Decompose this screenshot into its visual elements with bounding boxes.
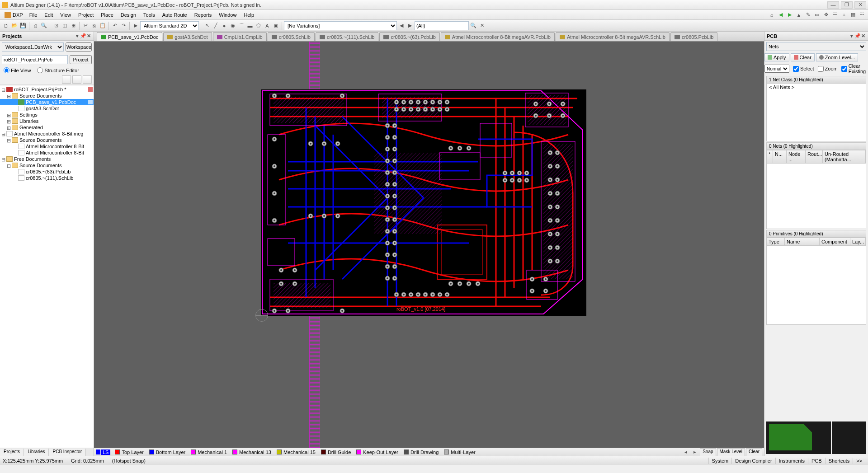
cursor-icon[interactable]: ↖: [203, 22, 211, 30]
menu-reports[interactable]: Reports: [191, 11, 216, 19]
zoom-selected-icon[interactable]: ⊞: [69, 22, 77, 30]
status-system[interactable]: System: [708, 458, 732, 464]
status-pcb[interactable]: PCB: [808, 458, 825, 464]
pad-icon[interactable]: ●: [220, 22, 228, 30]
tab-libraries[interactable]: Libraries: [24, 449, 49, 456]
line-icon[interactable]: ╱: [212, 22, 220, 30]
poly-icon[interactable]: ⬠: [255, 22, 263, 30]
new-icon[interactable]: 🗋: [2, 22, 10, 30]
layer-mechanical-1[interactable]: Mechanical 1: [191, 450, 227, 455]
doc-tab-5[interactable]: cr0805.~(63).PcbLib: [379, 32, 439, 41]
tree-btn3-icon[interactable]: [83, 75, 92, 84]
component-icon[interactable]: ▣: [272, 22, 280, 30]
layer-mechanical-13[interactable]: Mechanical 13: [232, 450, 271, 455]
layer-prev-icon[interactable]: ◂: [682, 448, 690, 456]
pcb-mode-select[interactable]: Nets: [766, 42, 866, 51]
pcb-pin-icon[interactable]: 📌: [855, 33, 860, 38]
menu-tools[interactable]: Tools: [140, 11, 159, 19]
nav-up-icon[interactable]: ▲: [795, 11, 803, 19]
open-icon[interactable]: 📂: [10, 22, 19, 30]
paste-icon[interactable]: 📋: [99, 22, 107, 30]
tree-atmel-doc1[interactable]: Atmel Microcontroller 8-Bit: [0, 143, 94, 150]
clear-existing-checkbox[interactable]: Clear Existing: [841, 63, 868, 74]
workspace-button[interactable]: Workspace: [66, 42, 92, 52]
primitives-list[interactable]: [766, 246, 866, 325]
tree-atmel-project[interactable]: ⊟Atmel Microcontroller 8-Bit meg: [0, 131, 94, 137]
doc-tab-1[interactable]: gostA3.SchDot: [163, 32, 212, 41]
tree-btn2-icon[interactable]: [72, 75, 81, 84]
menu-autoroute[interactable]: Auto Route: [159, 11, 191, 19]
layer-mechanical-15[interactable]: Mechanical 15: [277, 450, 316, 455]
zoom-area-icon[interactable]: ◫: [61, 22, 69, 30]
layer-drill-guide[interactable]: Drill Guide: [321, 450, 351, 455]
tab-projects[interactable]: Projects: [0, 449, 24, 456]
project-tree[interactable]: ⊟roBOT_Project.PrjPcb * ⊟Source Document…: [0, 85, 94, 448]
pcb-clear-button[interactable]: Clear: [791, 53, 815, 61]
brush-icon[interactable]: ✎: [804, 11, 812, 19]
layer-top-layer[interactable]: Top Layer: [115, 450, 143, 455]
doc-tab-6[interactable]: Atmel Microcontroller 8-Bit megaAVR.PcbL…: [441, 32, 555, 41]
tree-free-docs[interactable]: ⊟Free Documents: [0, 156, 94, 162]
layer-keep-out-layer[interactable]: Keep-Out Layer: [356, 450, 398, 455]
pcb-close-icon[interactable]: ✕: [861, 33, 866, 38]
select-icon[interactable]: ▭: [813, 11, 821, 19]
select-checkbox[interactable]: Select: [793, 66, 814, 72]
tree-atmel-doc2[interactable]: Atmel Microcontroller 8-Bit: [0, 150, 94, 156]
find-icon[interactable]: 🔍: [469, 22, 477, 30]
doc-tab-7[interactable]: Atmel Microcontroller 8-Bit megaAVR.SchL…: [556, 32, 670, 41]
panel-close-icon[interactable]: ✕: [86, 33, 91, 38]
tree-free-src[interactable]: ⊟Source Documents: [0, 162, 94, 169]
menu-file[interactable]: File: [26, 11, 41, 19]
print-icon[interactable]: 🖨: [31, 22, 39, 30]
nav-forward-icon[interactable]: ▶: [786, 11, 794, 19]
menu-view[interactable]: View: [57, 11, 75, 19]
doc-tab-4[interactable]: cr0805.~(111).SchLib: [316, 32, 378, 41]
panel-dropdown-icon[interactable]: ▾: [75, 33, 80, 38]
filter-icon[interactable]: ☰: [831, 11, 839, 19]
doc-tab-2[interactable]: CmpLib1.CmpLib: [213, 32, 267, 41]
layer-drill-drawing[interactable]: Drill Drawing: [404, 450, 439, 455]
tree-schlib[interactable]: cr0805.~(111).SchLib: [0, 175, 94, 181]
add-icon[interactable]: +: [840, 11, 848, 19]
dxp-menu[interactable]: DXP: [2, 11, 26, 19]
filter-input[interactable]: [415, 21, 469, 30]
arc-icon[interactable]: ⌒: [237, 22, 245, 30]
menu-help[interactable]: Help: [240, 11, 258, 19]
status-more[interactable]: >>: [853, 458, 865, 464]
snap-button[interactable]: Snap: [700, 448, 716, 456]
ls-swatches[interactable]: LS: [96, 450, 110, 455]
doc-tab-3[interactable]: cr0805.SchLib: [268, 32, 315, 41]
tree-btn1-icon[interactable]: [62, 75, 71, 84]
close-button[interactable]: ✕: [854, 1, 866, 9]
zoom-level-button[interactable]: Zoom Level...: [816, 53, 859, 61]
fill-icon[interactable]: ▬: [246, 22, 254, 30]
zoom-checkbox[interactable]: Zoom: [818, 66, 838, 72]
redo-icon[interactable]: ↷: [119, 22, 127, 30]
variant-next-icon[interactable]: ▶: [406, 22, 414, 30]
move-icon[interactable]: ✥: [822, 11, 830, 19]
menu-place[interactable]: Place: [97, 11, 117, 19]
grid-icon[interactable]: ▦: [849, 11, 857, 19]
tree-generated[interactable]: ⊞Generated: [0, 124, 94, 131]
variations-select[interactable]: [No Variations]: [284, 21, 397, 30]
preview-icon[interactable]: 🔍: [40, 22, 48, 30]
nets-columns[interactable]: * N... Node ... Rout... Un-Routed (Manha…: [766, 150, 866, 164]
layer-bottom-layer[interactable]: Bottom Layer: [149, 450, 185, 455]
apply-button[interactable]: Apply: [764, 53, 789, 61]
variant-prev-icon[interactable]: ◀: [397, 22, 406, 30]
pcb-canvas[interactable]: roBOT_v1.0 [07.2014]: [94, 42, 764, 448]
tree-sch-dot[interactable]: gostA3.SchDot: [0, 105, 94, 112]
run-icon[interactable]: ▶: [132, 22, 140, 30]
primitives-columns[interactable]: Type Name Component Lay...: [766, 238, 866, 246]
nav-back-icon[interactable]: ◀: [777, 11, 785, 19]
file-view-radio[interactable]: File View: [4, 67, 31, 73]
copy-icon[interactable]: ⎘: [90, 22, 98, 30]
via-icon[interactable]: ◉: [229, 22, 237, 30]
project-input[interactable]: [2, 55, 68, 64]
doc-tab-8[interactable]: cr0805.PcbLib: [670, 32, 717, 41]
nets-list[interactable]: [766, 164, 866, 229]
tree-libraries[interactable]: ⊞Libraries: [0, 118, 94, 124]
layer-next-icon[interactable]: ▸: [691, 448, 699, 456]
workspace-select[interactable]: Workspace1.DsnWrk: [2, 42, 64, 52]
status-shortcuts[interactable]: Shortcuts: [825, 458, 853, 464]
